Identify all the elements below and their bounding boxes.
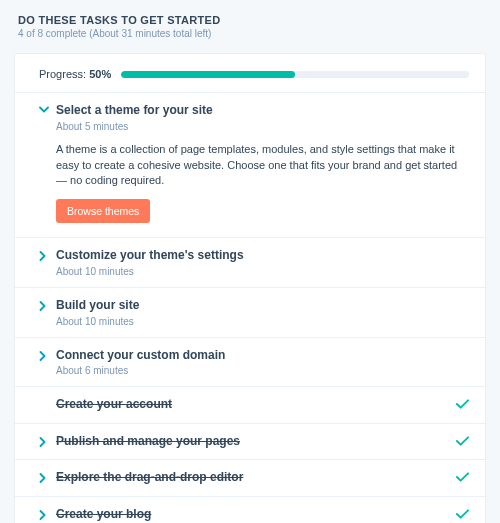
task-body: Connect your custom domainAbout 6 minute… (56, 348, 469, 377)
chevron-right-icon (39, 397, 48, 400)
chevron-right-icon (39, 470, 48, 483)
task-title: Create your account (56, 397, 448, 413)
progress-percent: 50% (89, 68, 111, 80)
task-title: Create your blog (56, 507, 448, 523)
task-description: A theme is a collection of page template… (56, 142, 469, 190)
task-title: Select a theme for your site (56, 103, 469, 119)
browse-themes-button[interactable]: Browse themes (56, 199, 150, 223)
page-title: DO THESE TASKS TO GET STARTED (18, 14, 482, 26)
chevron-right-icon (39, 507, 48, 520)
task-title: Connect your custom domain (56, 348, 469, 364)
task-time: About 5 minutes (56, 121, 469, 132)
task-row[interactable]: Publish and manage your pages (15, 423, 485, 460)
task-body: Create your account (56, 397, 448, 413)
task-body: Build your siteAbout 10 minutes (56, 298, 469, 327)
task-body: Select a theme for your siteAbout 5 minu… (56, 103, 469, 223)
check-icon (456, 507, 469, 519)
task-row[interactable]: Customize your theme's settingsAbout 10 … (15, 237, 485, 287)
task-time: About 10 minutes (56, 316, 469, 327)
chevron-right-icon (39, 348, 48, 361)
page-subtitle: 4 of 8 complete (About 31 minutes total … (18, 28, 482, 39)
task-row[interactable]: Create your blog (15, 496, 485, 523)
task-row[interactable]: Create your account (15, 386, 485, 423)
task-title: Explore the drag-and-drop editor (56, 470, 448, 486)
progress-track (121, 71, 469, 78)
check-icon (456, 397, 469, 409)
chevron-right-icon (39, 298, 48, 311)
progress-label: Progress: 50% (39, 68, 111, 80)
chevron-down-icon (39, 103, 48, 113)
tasks-card: Progress: 50% Select a theme for your si… (14, 53, 486, 523)
task-row[interactable]: Build your siteAbout 10 minutes (15, 287, 485, 337)
check-icon (456, 470, 469, 482)
progress-row: Progress: 50% (15, 54, 485, 92)
task-body: Create your blog (56, 507, 448, 523)
task-body: Publish and manage your pages (56, 434, 448, 450)
chevron-right-icon (39, 434, 48, 447)
task-title: Publish and manage your pages (56, 434, 448, 450)
progress-fill (121, 71, 295, 78)
task-row[interactable]: Select a theme for your siteAbout 5 minu… (15, 92, 485, 237)
task-title: Build your site (56, 298, 469, 314)
task-list: Select a theme for your siteAbout 5 minu… (15, 92, 485, 523)
task-body: Customize your theme's settingsAbout 10 … (56, 248, 469, 277)
page-header: DO THESE TASKS TO GET STARTED 4 of 8 com… (0, 0, 500, 49)
progress-label-prefix: Progress: (39, 68, 89, 80)
task-time: About 6 minutes (56, 365, 469, 376)
task-row[interactable]: Connect your custom domainAbout 6 minute… (15, 337, 485, 387)
task-row[interactable]: Explore the drag-and-drop editor (15, 459, 485, 496)
task-body: Explore the drag-and-drop editor (56, 470, 448, 486)
chevron-right-icon (39, 248, 48, 261)
task-time: About 10 minutes (56, 266, 469, 277)
task-title: Customize your theme's settings (56, 248, 469, 264)
check-icon (456, 434, 469, 446)
